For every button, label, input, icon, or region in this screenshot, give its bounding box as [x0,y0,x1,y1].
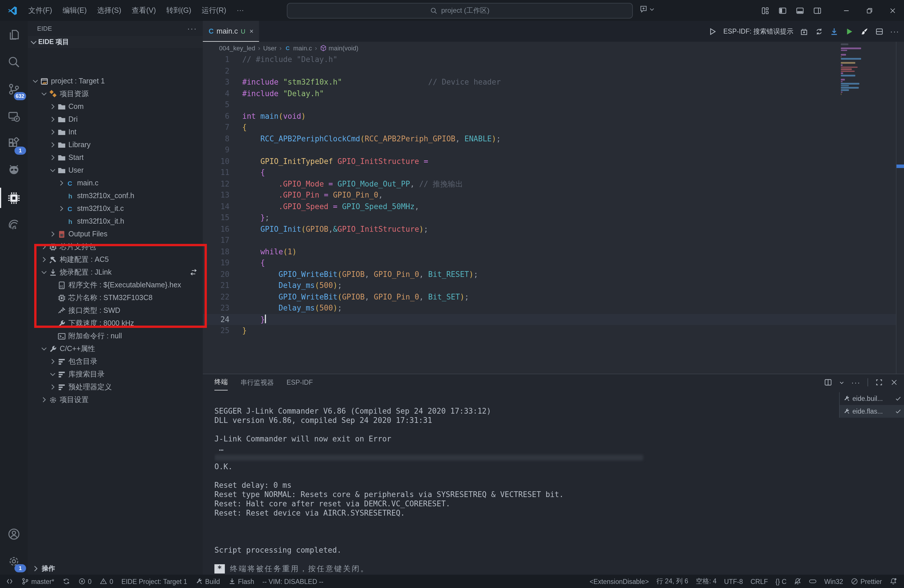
split-editor-icon[interactable] [875,27,884,36]
minimap[interactable] [841,43,896,96]
code-line[interactable]: 20 GPIO_WriteBit(GPIOB, GPIO_Pin_0, Bit_… [203,268,896,280]
code-line[interactable]: 1// #include "Delay.h" [203,54,896,65]
code-line[interactable]: 17 [203,235,896,246]
panel-more-actions[interactable]: ··· [851,378,861,387]
code-line[interactable]: 7{ [203,121,896,133]
tree-item[interactable]: 项目设置 [28,393,203,406]
status-item-git-sync[interactable] [62,578,70,585]
tree-item[interactable]: Output Files [28,228,203,240]
code-line[interactable]: 12 .GPIO_Mode = GPIO_Mode_Out_PP, // 推挽输… [203,178,896,189]
status-item-notifications-muted[interactable] [794,578,802,585]
status-item-remote-indicator[interactable] [6,578,13,585]
menu-item[interactable]: ··· [231,4,249,16]
menu-item[interactable]: 选择(S) [92,4,126,16]
status-item-warnings[interactable]: 0 [100,578,113,585]
activity-item-search[interactable] [0,48,28,75]
activity-item-extensions[interactable]: 1 [0,130,28,157]
window-minimize-button[interactable] [834,0,858,21]
code-line[interactable]: 15 }; [203,212,896,223]
activity-item-esp-idf[interactable] [0,211,28,239]
breadcrumb[interactable]: 004_key_led›User›Cmain.c›main(void) [219,42,904,54]
menu-item[interactable]: 转到(G) [161,4,196,16]
panel-tab-终端[interactable]: 终端 [214,374,228,391]
rebuild-sync-icon[interactable] [815,27,823,36]
code-line[interactable]: 9 [203,144,896,156]
code-line[interactable]: 22 GPIO_WriteBit(GPIOB, GPIO_Pin_0, Bit_… [203,291,896,303]
code-line[interactable]: 11 { [203,167,896,178]
code-line[interactable]: 3#include "stm32f10x.h" // Device header [203,76,896,88]
breadcrumb-item[interactable]: main(void) [320,44,359,51]
code-line[interactable]: 16 GPIO_Init(GPIOB,&GPIO_InitStructure); [203,223,896,235]
code-line[interactable]: 18 while(1) [203,246,896,257]
tree-item[interactable]: Dri [28,113,203,126]
menu-item[interactable]: 编辑(E) [57,4,92,16]
status-item-notifications[interactable] [890,578,897,585]
code-line[interactable]: 13 .GPIO_Pin = GPIO_Pin_0, [203,189,896,201]
tree-item[interactable]: Int [28,126,203,139]
activity-item-account[interactable] [0,520,28,547]
espidf-error-hint-button[interactable]: ESP-IDF: 搜索错误提示 [723,27,793,36]
run-play-icon[interactable] [845,27,853,36]
code-line[interactable]: 14 .GPIO_Speed = GPIO_Speed_50MHz, [203,201,896,212]
task-item[interactable]: eide.flas... [840,405,904,418]
toggle-sidebar-icon[interactable] [778,6,787,15]
status-item-extension-disable[interactable]: <ExtensionDisable> [589,578,649,585]
split-terminal-icon[interactable] [824,378,832,386]
status-item-build[interactable]: Build [195,578,220,585]
menu-item[interactable]: 运行(R) [196,4,231,16]
activity-item-platformio[interactable] [0,157,28,184]
tree-item[interactable]: 包含目录 [28,355,203,368]
section-eide-project[interactable]: EIDE 项目 [28,36,203,48]
panel-tab-串行监视器[interactable]: 串行监视器 [240,374,274,391]
tree-item[interactable]: 库搜索目录 [28,368,203,381]
breadcrumb-item[interactable]: User [263,44,277,51]
clean-brush-icon[interactable] [860,27,869,36]
section-operations[interactable]: 操作 [28,562,203,575]
code-line[interactable]: 6int main(void) [203,110,896,121]
breadcrumb-item[interactable]: 004_key_led [219,44,255,51]
status-item-pill-indicator[interactable] [809,578,817,585]
chevron-down-icon[interactable] [839,380,844,385]
code-line[interactable]: 21 Delay_ms(500); [203,280,896,291]
run-outline-icon[interactable] [708,27,717,36]
tree-item[interactable]: User [28,164,203,177]
menu-item[interactable]: 查看(V) [126,4,161,16]
maximize-panel-icon[interactable] [875,378,883,386]
status-item-prettier[interactable]: Prettier [851,578,882,585]
tree-item[interactable]: 项目资源 [28,87,203,100]
status-item-errors[interactable]: 0 [78,578,92,585]
panel-tab-ESP-IDF[interactable]: ESP-IDF [286,374,313,391]
window-restore-button[interactable] [858,0,881,21]
menu-item[interactable]: 文件(F) [23,4,57,16]
customize-layout-icon[interactable] [761,6,770,15]
more-actions-icon[interactable]: ··· [890,27,899,36]
status-item-flash[interactable]: Flash [228,578,254,585]
tree-item[interactable]: C/C++属性 [28,342,203,355]
flash-download-icon[interactable] [830,27,839,36]
status-item-language-mode[interactable]: {} C [775,578,786,585]
status-item-cursor-position[interactable]: 行 24, 列 6 [656,577,688,586]
code-line[interactable]: 2 [203,65,896,76]
tree-item[interactable]: Start [28,151,203,164]
tree-item[interactable]: 附加命令行 : null [28,329,203,342]
status-item-git-branch[interactable]: master* [21,578,54,585]
sync-dropdown-button[interactable] [639,5,655,13]
activity-item-explorer[interactable] [0,21,28,48]
code-line[interactable]: 5 [203,99,896,110]
toggle-panel-icon[interactable] [796,6,804,15]
code-line[interactable]: 8 RCC_APB2PeriphClockCmd(RCC_APB2Periph_… [203,133,896,144]
task-item[interactable]: eide.buil... [840,392,904,405]
tree-item[interactable]: project : Target 1 [28,75,203,87]
command-center-search[interactable]: project (工作区) [287,3,633,19]
tree-item[interactable]: Cmain.c [28,177,203,189]
tree-item[interactable]: Cstm32f10x_it.c [28,202,203,215]
activity-item-remote-debug[interactable] [0,102,28,130]
build-chip-icon[interactable] [800,27,808,36]
activity-item-source-control[interactable]: 632 [0,75,28,102]
code-line[interactable]: 24 } [203,314,896,325]
breadcrumb-item[interactable]: Cmain.c [284,44,312,51]
code-editor[interactable]: 1// #include "Delay.h"23#include "stm32f… [203,54,896,374]
tab-close-icon[interactable]: × [250,27,253,35]
window-close-button[interactable] [881,0,904,21]
status-item-vim-mode[interactable]: -- VIM: DISABLED -- [262,578,323,585]
